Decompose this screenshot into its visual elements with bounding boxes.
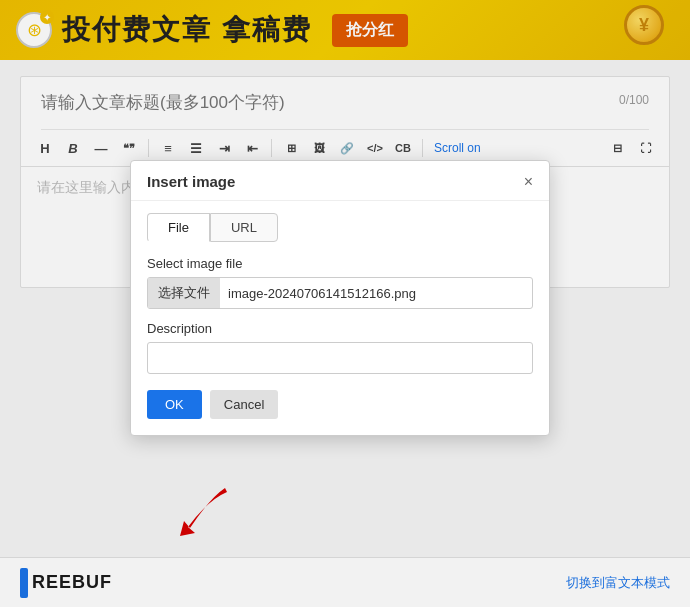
ok-btn[interactable]: OK: [147, 390, 202, 419]
tab-url[interactable]: URL: [210, 213, 278, 242]
dialog-tabs: File URL: [131, 201, 549, 242]
file-input-row: 选择文件 image-202407061415121​66.png: [147, 277, 533, 309]
description-label: Description: [147, 321, 533, 336]
cancel-btn[interactable]: Cancel: [210, 390, 278, 419]
insert-image-dialog: Insert image × File URL Select image fil…: [130, 160, 550, 436]
description-input[interactable]: [147, 342, 533, 374]
dialog-header: Insert image ×: [131, 161, 549, 201]
file-name-display: image-202407061415121​66.png: [220, 280, 532, 307]
dialog-body: Select image file 选择文件 image-20240706141…: [131, 242, 549, 435]
dialog-actions: OK Cancel: [147, 390, 533, 419]
select-label: Select image file: [147, 256, 533, 271]
tab-file[interactable]: File: [147, 213, 210, 242]
choose-file-btn[interactable]: 选择文件: [148, 278, 220, 308]
dialog-title: Insert image: [147, 173, 235, 190]
dialog-close-btn[interactable]: ×: [524, 174, 533, 190]
